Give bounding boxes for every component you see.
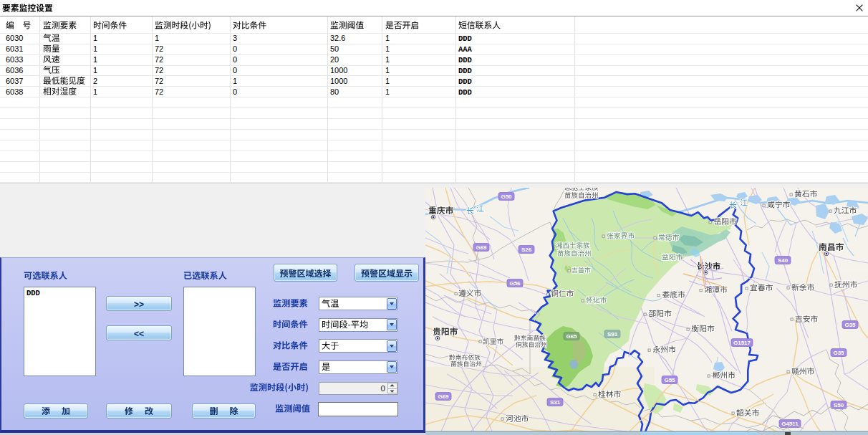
svg-text:DDD: DDD [458,56,472,64]
svg-text:0: 0 [381,384,385,393]
svg-text:2: 2 [93,77,97,85]
svg-text:DDD: DDD [26,289,40,297]
svg-text:6036: 6036 [6,66,23,75]
svg-text:72: 72 [155,87,163,96]
svg-text:6037: 6037 [6,77,23,85]
svg-text:<<: << [134,329,144,339]
svg-text:>>: >> [134,300,144,310]
svg-text:6033: 6033 [6,55,23,64]
svg-text:0: 0 [233,55,237,64]
svg-text:1: 1 [385,55,390,64]
svg-text:1: 1 [93,66,97,75]
svg-text:1: 1 [233,77,237,85]
svg-text:72: 72 [155,55,163,64]
svg-text:1: 1 [93,55,97,64]
svg-text:AAA: AAA [458,45,473,54]
svg-text:1: 1 [93,34,97,42]
svg-text:1: 1 [385,34,390,42]
svg-text:DDD: DDD [458,77,472,86]
svg-text:1: 1 [93,44,97,53]
svg-text:72: 72 [155,77,163,85]
svg-text:1: 1 [93,87,97,96]
svg-text:0: 0 [233,66,237,75]
svg-text:6038: 6038 [6,87,23,96]
svg-text:1: 1 [385,66,390,75]
svg-text:1: 1 [155,34,159,42]
svg-text:6031: 6031 [6,44,23,53]
svg-text:80: 80 [330,87,339,96]
svg-text:1: 1 [385,77,390,85]
svg-text:72: 72 [155,66,163,75]
svg-text:50: 50 [330,44,339,53]
svg-text:DDD: DDD [458,88,472,97]
svg-text:0: 0 [233,44,237,53]
svg-text:DDD: DDD [458,67,472,75]
svg-text:72: 72 [155,44,163,53]
svg-text:20: 20 [330,55,339,64]
svg-text:1: 1 [385,44,390,53]
svg-text:DDD: DDD [458,34,472,43]
svg-text:1000: 1000 [330,77,347,85]
svg-text:1000: 1000 [330,66,347,75]
svg-text:0: 0 [233,87,237,96]
svg-text:1: 1 [385,87,390,96]
svg-text:6030: 6030 [6,34,23,42]
svg-text:32.6: 32.6 [330,34,345,42]
svg-text:3: 3 [233,34,237,42]
